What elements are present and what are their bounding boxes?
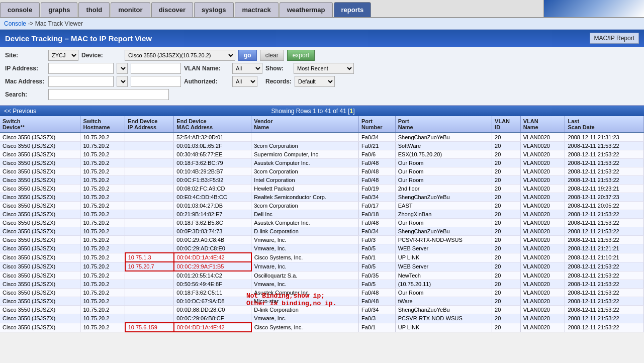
table-row: Cisco 3550 (JSJSZX)10.75.20.200:01:03:04… — [0, 202, 644, 210]
table-wrapper: SwitchDevice** SwitchHostname End Device… — [0, 116, 644, 332]
table-row: Cisco 3550 (JSJSZX)10.75.20.200:08:02:FC… — [0, 185, 644, 193]
search-input[interactable] — [48, 89, 169, 100]
table-row: Cisco 3550 (JSJSZX)10.75.20.200:10:DC:67… — [0, 297, 644, 306]
page-header: Device Tracking – MAC to IP Report View … — [0, 30, 644, 47]
tab-mactrack[interactable]: mactrack — [235, 2, 279, 17]
filter-row-search: Search: — [5, 89, 639, 100]
table-row: Cisco 3550 (JSJSZX)10.75.20.210.75.6.159… — [0, 323, 644, 332]
table-row: Cisco 3550 (JSJSZX)10.75.20.200:0D:88:DD… — [0, 306, 644, 314]
tab-console[interactable]: console — [0, 2, 40, 17]
site-select[interactable]: ZYCJ — [48, 50, 78, 61]
clear-button[interactable]: clear — [260, 50, 284, 61]
breadcrumb-console-link[interactable]: Console — [4, 20, 26, 27]
breadcrumb: Console -> Mac Track Viewer — [0, 18, 644, 30]
ip-extra-input[interactable] — [131, 63, 181, 74]
vlan-label: VLAN Name: — [184, 65, 229, 72]
col-end-device-ip: End DeviceIP Address — [125, 116, 174, 133]
table-row: Cisco 3550 (JSJSZX)10.75.20.252:54:AB:32… — [0, 133, 644, 142]
mac-ip-table: SwitchDevice** SwitchHostname End Device… — [0, 116, 644, 332]
device-label: Device: — [81, 52, 122, 59]
col-end-device-mac: End DeviceMAC Address — [174, 116, 251, 133]
table-row: Cisco 3550 (JSJSZX)10.75.20.200:18:F3:62… — [0, 159, 644, 167]
breadcrumb-current: Mac Track Viewer — [35, 20, 83, 27]
table-row: Cisco 3550 (JSJSZX)10.75.20.200:30:48:65… — [0, 150, 644, 159]
col-vlan-name: VLANName — [520, 116, 565, 133]
records-label: Records: — [265, 78, 292, 85]
search-label: Search: — [5, 91, 45, 98]
table-row: Cisco 3550 (JSJSZX)10.75.20.210.75.20.70… — [0, 262, 644, 271]
tab-graphs[interactable]: graphs — [41, 2, 77, 17]
col-vlan-id: VLANID — [492, 116, 521, 133]
tab-monitor[interactable]: monitor — [111, 2, 150, 17]
col-switch-hostname: SwitchHostname — [80, 116, 125, 133]
table-header-row: SwitchDevice** SwitchHostname End Device… — [0, 116, 644, 133]
go-button[interactable]: go — [238, 50, 257, 61]
breadcrumb-arrow: -> — [28, 20, 33, 27]
site-label: Site: — [5, 52, 45, 59]
mac-extra-input[interactable] — [131, 76, 181, 87]
vlan-select[interactable]: All — [232, 63, 262, 74]
ip-input[interactable] — [48, 63, 114, 74]
records-select[interactable]: Default — [295, 76, 335, 87]
table-row: Cisco 3550 (JSJSZX)10.75.20.200:10:4B:29… — [0, 167, 644, 176]
table-row: Cisco 3550 (JSJSZX)10.75.20.200:0C:29:06… — [0, 314, 644, 323]
filter-row-3: Mac Address: Authorized: All Records: De… — [5, 76, 639, 87]
pagination-bar: << Previous Showing Rows 1 to 41 of 41 [… — [0, 106, 644, 116]
filter-row-1: Site: ZYCJ Device: Cisco 3550 (JSJSZX)(1… — [5, 50, 639, 61]
filter-area: Site: ZYCJ Device: Cisco 3550 (JSJSZX)(1… — [0, 47, 644, 106]
tab-thold[interactable]: thold — [78, 2, 110, 17]
col-last-scan-date: LastScan Date — [565, 116, 644, 133]
device-select[interactable]: Cisco 3550 (JSJSZX)(10.75.20.2) — [125, 50, 235, 61]
col-switch-device: SwitchDevice** — [0, 116, 80, 133]
table-row: Cisco 3550 (JSJSZX)10.75.20.200:50:56:49… — [0, 280, 644, 289]
table-row: Cisco 3550 (JSJSZX)10.75.20.200:01:03:0E… — [0, 142, 644, 150]
page-title: Device Tracking – MAC to IP Report View — [5, 34, 152, 43]
show-label: Show: — [265, 65, 291, 72]
show-select[interactable]: Most Recent — [294, 63, 354, 74]
logo — [543, 0, 644, 17]
authorized-label: Authorized: — [184, 78, 229, 85]
col-port-name: PortName — [395, 116, 492, 133]
table-row: Cisco 3550 (JSJSZX)10.75.20.200:18:F3:62… — [0, 219, 644, 227]
filter-row-2: IP Address: VLAN Name: All Show: Most Re… — [5, 63, 639, 74]
rows-info: Showing Rows 1 to 41 of 41 [1] — [271, 108, 354, 115]
table-row: Cisco 3550 (JSJSZX)10.75.20.200:0F:3D:83… — [0, 227, 644, 236]
table-row: Cisco 3550 (JSJSZX)10.75.20.200:0C:F1:B3… — [0, 176, 644, 185]
col-vendor-name: VendorName — [251, 116, 359, 133]
table-row: Cisco 3550 (JSJSZX)10.75.20.200:18:F3:62… — [0, 289, 644, 297]
table-row: Cisco 3550 (JSJSZX)10.75.20.200:01:20:55… — [0, 271, 644, 280]
table-row: Cisco 3550 (JSJSZX)10.75.20.200:21:9B:14… — [0, 210, 644, 219]
tab-reports[interactable]: reports — [334, 2, 372, 17]
col-port-number: PortNumber — [359, 116, 396, 133]
top-navigation: console graphs thold monitor discover sy… — [0, 0, 644, 18]
authorized-select[interactable]: All — [232, 76, 257, 87]
tab-weathermap[interactable]: weathermap — [280, 2, 333, 17]
mac-label: Mac Address: — [5, 78, 45, 85]
mac-type-select[interactable] — [117, 76, 128, 87]
table-row: Cisco 3550 (JSJSZX)10.75.20.210.75.1.300… — [0, 253, 644, 262]
previous-link[interactable]: << Previous — [4, 108, 36, 115]
table-row: Cisco 3550 (JSJSZX)10.75.20.200:0C:29:AD… — [0, 244, 644, 253]
ip-label: IP Address: — [5, 65, 45, 72]
table-row: Cisco 3550 (JSJSZX)10.75.20.200:E0:4C:DD… — [0, 193, 644, 202]
ip-type-select[interactable] — [117, 63, 128, 74]
tab-discover[interactable]: discover — [151, 2, 193, 17]
export-button[interactable]: export — [287, 50, 315, 61]
table-row: Cisco 3550 (JSJSZX)10.75.20.200:0C:29:A0… — [0, 236, 644, 244]
tab-syslogs[interactable]: syslogs — [194, 2, 233, 17]
mac-input[interactable] — [48, 76, 114, 87]
mac-ip-report-button[interactable]: MAC/IP Report — [590, 33, 639, 44]
page-number[interactable]: 1 — [350, 108, 353, 115]
